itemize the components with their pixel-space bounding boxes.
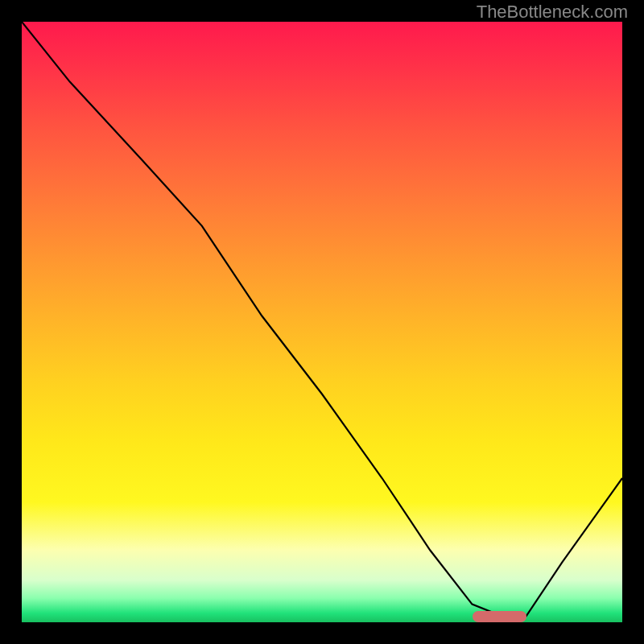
- chart-plot-area: [22, 22, 622, 622]
- watermark-text: TheBottleneck.com: [477, 2, 628, 23]
- optimal-zone-marker: [473, 611, 526, 622]
- bottleneck-curve-line: [22, 22, 622, 617]
- chart-curve-svg: [22, 22, 622, 622]
